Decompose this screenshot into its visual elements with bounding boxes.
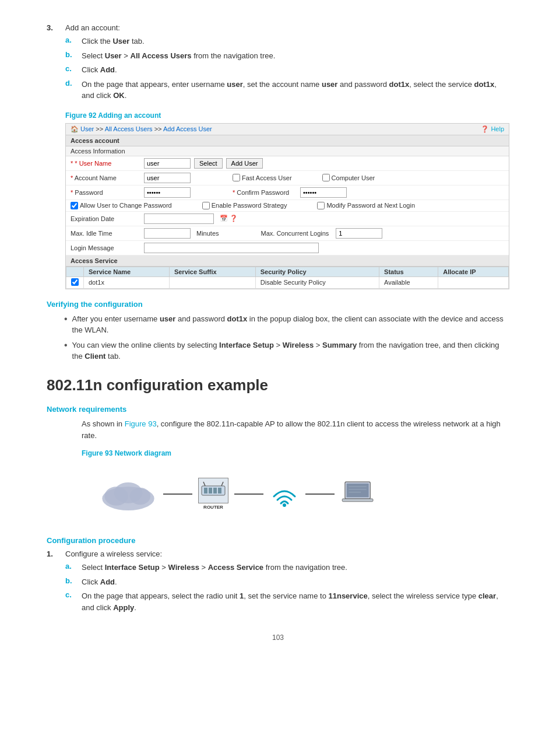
config-substep-b-text: Click Add. bbox=[82, 576, 509, 588]
allow-change-pw-row: Allow User to Change Password Enable Pas… bbox=[66, 200, 509, 212]
allow-change-pw-checkbox[interactable] bbox=[71, 202, 78, 209]
config-step-1-text: Configure a wireless service: bbox=[65, 550, 162, 558]
bullet-dot-1: • bbox=[64, 313, 68, 336]
substep-a-text: Click the User tab. bbox=[82, 36, 509, 47]
col-status: Status bbox=[379, 267, 438, 276]
access-account-header: Access account bbox=[66, 135, 509, 146]
confirm-password-input[interactable] bbox=[300, 187, 347, 198]
modify-pw-checkbox[interactable] bbox=[317, 202, 325, 209]
max-concurrent-label: Max. Concurrent Logins bbox=[261, 230, 329, 237]
step-3-number: 3. bbox=[47, 23, 58, 104]
substep-b-text: Select User > All Access Users from the … bbox=[82, 50, 509, 62]
col-service-name: Service Name bbox=[84, 267, 170, 276]
max-idle-input[interactable] bbox=[144, 228, 191, 239]
service-row-checkbox[interactable] bbox=[71, 278, 79, 286]
network-requirements-body: As shown in Figure 93, configure the 802… bbox=[82, 418, 509, 525]
password-row: * Password * Confirm Password bbox=[66, 186, 509, 200]
config-step-1-number: 1. bbox=[47, 550, 58, 616]
max-idle-label: Max. Idle Time bbox=[71, 230, 140, 237]
svg-rect-13 bbox=[346, 483, 368, 497]
laptop-icon bbox=[340, 480, 378, 509]
row-checkbox-cell bbox=[66, 276, 84, 288]
router-label: ROUTER bbox=[203, 505, 223, 510]
nav-add-access-link[interactable]: Add Access User bbox=[163, 125, 212, 132]
ui-help-link[interactable]: ❓ Help bbox=[481, 125, 504, 133]
service-row-dot1x: dot1x Disable Security Policy Available bbox=[66, 276, 509, 288]
figure-92-ui: 🏠 User >> All Access Users >> Add Access… bbox=[65, 123, 509, 289]
username-row: * * User Name Select Add User bbox=[66, 156, 509, 171]
ui-nav-bar: 🏠 User >> All Access Users >> Add Access… bbox=[66, 124, 509, 135]
diagram-line-2 bbox=[234, 494, 263, 495]
bullet-1: • After you enter username user and pass… bbox=[64, 313, 509, 336]
svg-rect-7 bbox=[213, 488, 217, 494]
login-message-label: Login Message bbox=[71, 244, 140, 251]
router-box: ROUTER bbox=[198, 478, 228, 510]
row-status: Available bbox=[379, 276, 438, 288]
network-diagram: ROUTER bbox=[82, 463, 509, 524]
config-substep-a-label: a. bbox=[65, 562, 76, 573]
username-input[interactable] bbox=[144, 158, 191, 169]
substep-d: d. On the page that appears, enter usern… bbox=[65, 79, 509, 102]
page-number: 103 bbox=[47, 634, 509, 642]
config-procedure-title: Configuration procedure bbox=[47, 536, 509, 545]
enable-pw-strategy-label: Enable Password Strategy bbox=[202, 202, 287, 209]
figure93-link[interactable]: Figure 93 bbox=[125, 419, 157, 428]
expiration-label: Expiration Date bbox=[71, 215, 140, 222]
config-substep-b: b. Click Add. bbox=[65, 576, 509, 588]
figure-93-caption: Figure 93 Network diagram bbox=[82, 449, 509, 457]
max-concurrent-input[interactable] bbox=[336, 228, 382, 239]
verifying-title: Verifying the configuration bbox=[47, 300, 509, 309]
diagram-line-3 bbox=[305, 494, 335, 495]
substep-a: a. Click the User tab. bbox=[65, 36, 509, 47]
svg-rect-5 bbox=[204, 488, 207, 494]
access-info-header: Access Information bbox=[66, 146, 509, 156]
config-substeps: a. Select Interface Setup > Wireless > A… bbox=[65, 562, 509, 613]
expiration-input[interactable] bbox=[144, 214, 214, 224]
svg-line-9 bbox=[203, 482, 205, 486]
row-service-name: dot1x bbox=[84, 276, 170, 288]
minutes-label: Minutes bbox=[196, 230, 219, 237]
account-name-row: * Account Name Fast Access User Computer… bbox=[66, 171, 509, 186]
substep-a-label: a. bbox=[65, 36, 76, 47]
substep-b: b. Select User > All Access Users from t… bbox=[65, 50, 509, 62]
svg-point-3 bbox=[114, 482, 143, 503]
allow-change-pw-label: Allow User to Change Password bbox=[71, 202, 172, 209]
expiration-row: Expiration Date 📅 ❓ bbox=[66, 212, 509, 226]
step-3: 3. Add an account: a. Click the User tab… bbox=[47, 23, 509, 104]
row-security-policy: Disable Security Policy bbox=[255, 276, 379, 288]
username-label: * * User Name bbox=[71, 160, 140, 167]
config-substep-c-text: On the page that appears, select the rad… bbox=[82, 590, 509, 613]
svg-rect-6 bbox=[209, 488, 212, 494]
login-message-row: Login Message bbox=[66, 241, 509, 256]
bullet-text-1: After you enter username user and passwo… bbox=[72, 313, 509, 336]
add-user-button[interactable]: Add User bbox=[226, 158, 263, 169]
router-icon bbox=[198, 478, 228, 503]
cloud-icon bbox=[99, 475, 157, 513]
max-idle-row: Max. Idle Time Minutes Max. Concurrent L… bbox=[66, 226, 509, 241]
service-table: Service Name Service Suffix Security Pol… bbox=[66, 267, 509, 289]
select-button[interactable]: Select bbox=[194, 158, 223, 169]
wifi-ap-icon bbox=[269, 481, 300, 507]
login-message-input[interactable] bbox=[144, 243, 319, 253]
config-substep-c: c. On the page that appears, select the … bbox=[65, 590, 509, 613]
account-name-input[interactable] bbox=[144, 173, 191, 183]
col-checkbox bbox=[66, 267, 84, 276]
enable-pw-strategy-checkbox[interactable] bbox=[202, 202, 210, 209]
ui-nav-path: 🏠 User >> All Access Users >> Add Access… bbox=[71, 125, 212, 133]
nav-user-link[interactable]: User bbox=[80, 125, 94, 132]
svg-point-11 bbox=[283, 503, 286, 507]
config-step-1: 1. Configure a wireless service: a. Sele… bbox=[47, 550, 509, 616]
config-step-1-content: Configure a wireless service: a. Select … bbox=[65, 550, 509, 616]
modify-pw-label: Modify Password at Next Login bbox=[317, 202, 415, 209]
substep-d-label: d. bbox=[65, 79, 76, 102]
computer-user-checkbox[interactable] bbox=[322, 174, 330, 181]
password-label: * Password bbox=[71, 189, 140, 196]
substep-c: c. Click Add. bbox=[65, 64, 509, 76]
password-input[interactable] bbox=[144, 187, 191, 198]
nav-all-access-link[interactable]: All Access Users bbox=[105, 125, 153, 132]
col-security-policy: Security Policy bbox=[255, 267, 379, 276]
svg-line-10 bbox=[221, 482, 223, 486]
confirm-password-label: * Confirm Password bbox=[233, 189, 297, 196]
svg-rect-14 bbox=[342, 499, 373, 502]
fast-access-checkbox[interactable] bbox=[233, 174, 240, 181]
